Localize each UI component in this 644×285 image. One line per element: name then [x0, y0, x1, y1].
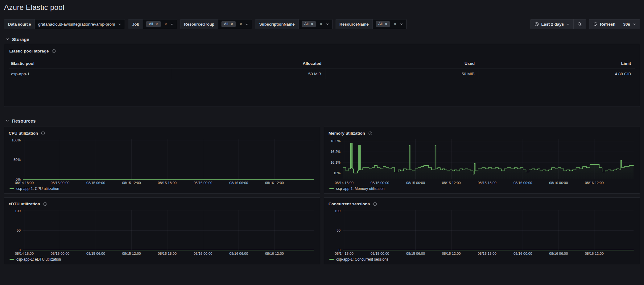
- time-range-button[interactable]: Last 2 days: [530, 19, 574, 29]
- svg-text:08/15 18:00: 08/15 18:00: [158, 181, 177, 185]
- job-chip-all[interactable]: All✕: [146, 21, 160, 27]
- svg-text:08/16 06:00: 08/16 06:00: [549, 252, 568, 255]
- info-icon[interactable]: [41, 131, 45, 135]
- page-title: Azure Elastic pool: [4, 0, 640, 14]
- table-row: csp-app-1 50 MiB 50 MiB 4.88 GiB: [9, 69, 635, 79]
- resource-group-select[interactable]: All✕ ✕: [218, 19, 252, 29]
- chevron-down-icon[interactable]: [170, 23, 174, 26]
- magnifier-minus-icon: [577, 22, 582, 27]
- subscription-name-select[interactable]: All✕ ✕: [298, 19, 332, 29]
- memory-utilization-panel: Memory utilization 16%16.1%16.2%16.3%08/…: [324, 127, 640, 194]
- section-storage-title: Storage: [12, 37, 29, 42]
- panel-title[interactable]: eDTU utilization: [9, 202, 40, 206]
- job-select[interactable]: All✕ ✕: [143, 19, 176, 29]
- clear-icon[interactable]: ✕: [239, 23, 242, 26]
- svg-text:08/16 12:00: 08/16 12:00: [585, 181, 604, 185]
- column-header-elastic-pool[interactable]: Elastic pool: [9, 59, 172, 69]
- legend-label[interactable]: csp-app-1: CPU utilization: [16, 187, 59, 191]
- legend-label[interactable]: csp-app-1: Concurrent sessions: [336, 257, 388, 262]
- panel-title[interactable]: Memory utilization: [328, 131, 365, 136]
- info-icon[interactable]: [43, 202, 47, 206]
- filter-bar: Data source grafanacloud-awsintegrationr…: [4, 19, 407, 29]
- cpu-utilization-panel: CPU utilization 0%50%100%08/14 18:0008/1…: [4, 127, 320, 194]
- chip-close-icon[interactable]: ✕: [230, 23, 233, 26]
- legend: csp-app-1: Concurrent sessions: [328, 257, 635, 262]
- svg-text:08/14 18:00: 08/14 18:00: [335, 252, 353, 255]
- section-storage[interactable]: Storage: [4, 36, 640, 42]
- chevron-down-icon: [118, 23, 122, 26]
- cell-limit: 4.88 GiB: [478, 69, 635, 79]
- memory-utilization-chart[interactable]: 16%16.1%16.2%16.3%08/14 18:0008/15 00:00…: [328, 137, 635, 186]
- storage-table: Elastic pool Allocated Used Limit csp-ap…: [9, 59, 635, 79]
- svg-text:08/15 12:00: 08/15 12:00: [442, 181, 461, 185]
- info-icon[interactable]: [52, 49, 56, 53]
- clear-icon[interactable]: ✕: [394, 23, 396, 26]
- svg-text:16%: 16%: [333, 171, 341, 175]
- column-header-allocated[interactable]: Allocated: [172, 59, 325, 69]
- data-source-value: grafanacloud-awsintegrationrevamp-prom: [38, 22, 115, 27]
- dashboard-page: Azure Elastic pool Data source grafanacl…: [0, 0, 644, 285]
- chevron-down-icon: [633, 23, 636, 26]
- svg-text:08/15 00:00: 08/15 00:00: [370, 252, 389, 255]
- resource-group-label: ResourceGroup: [180, 19, 218, 29]
- job-filter: Job All✕ ✕: [128, 19, 177, 29]
- resource-name-chip-all[interactable]: All✕: [376, 21, 390, 27]
- svg-text:08/16 06:00: 08/16 06:00: [229, 181, 248, 185]
- info-icon[interactable]: [373, 202, 377, 206]
- legend: csp-app-1: CPU utilization: [9, 186, 316, 191]
- svg-text:08/15 00:00: 08/15 00:00: [370, 181, 389, 185]
- chevron-down-icon[interactable]: [400, 23, 403, 26]
- table-header-row: Elastic pool Allocated Used Limit: [9, 59, 635, 69]
- section-resources[interactable]: Resources: [4, 118, 640, 124]
- svg-text:50: 50: [336, 228, 341, 232]
- chevron-down-icon[interactable]: [245, 23, 249, 26]
- cpu-utilization-chart[interactable]: 0%50%100%08/14 18:0008/15 00:0008/15 06:…: [9, 137, 316, 186]
- refresh-icon: [593, 22, 597, 26]
- chip-text: All: [149, 22, 153, 26]
- edtu-utilization-chart[interactable]: 05010008/14 18:0008/15 00:0008/15 06:000…: [9, 207, 316, 257]
- collapse-chevron-icon: [6, 119, 9, 123]
- chart-canvas: 05010008/14 18:0008/15 00:0008/15 06:000…: [328, 207, 635, 257]
- clear-icon[interactable]: ✕: [164, 23, 167, 26]
- panel-title[interactable]: Elastic pool storage: [9, 49, 49, 53]
- svg-text:08/15 18:00: 08/15 18:00: [478, 181, 497, 185]
- cell-used: 50 MiB: [325, 69, 478, 79]
- svg-text:16.1%: 16.1%: [330, 161, 341, 164]
- legend-label[interactable]: csp-app-1: eDTU utilization: [16, 257, 61, 262]
- chip-text: All: [224, 22, 228, 26]
- svg-text:08/15 06:00: 08/15 06:00: [406, 181, 425, 185]
- data-source-select[interactable]: grafanacloud-awsintegrationrevamp-prom: [35, 19, 125, 29]
- column-header-limit[interactable]: Limit: [478, 59, 635, 69]
- info-icon[interactable]: [368, 131, 372, 135]
- edtu-utilization-panel: eDTU utilization 05010008/14 18:0008/15 …: [4, 197, 320, 264]
- legend-color-swatch: [10, 259, 14, 260]
- refresh-button[interactable]: Refresh: [589, 19, 619, 29]
- svg-text:100: 100: [15, 209, 21, 213]
- cell-allocated: 50 MiB: [172, 69, 325, 79]
- panel-title[interactable]: Concurrent sessions: [328, 202, 370, 206]
- section-resources-title: Resources: [12, 118, 36, 124]
- subscription-name-chip-all[interactable]: All✕: [302, 21, 316, 27]
- svg-text:100: 100: [335, 209, 341, 213]
- legend-label[interactable]: csp-app-1: Memory utilization: [336, 187, 385, 191]
- resource-group-chip-all[interactable]: All✕: [221, 21, 236, 27]
- refresh-group: Refresh 30s: [589, 19, 640, 29]
- resource-name-select[interactable]: All✕ ✕: [372, 19, 406, 29]
- chip-close-icon[interactable]: ✕: [311, 23, 313, 26]
- legend: csp-app-1: Memory utilization: [328, 186, 635, 191]
- svg-text:08/15 00:00: 08/15 00:00: [51, 181, 69, 185]
- chip-close-icon[interactable]: ✕: [385, 23, 387, 26]
- time-range-label: Last 2 days: [541, 22, 564, 27]
- zoom-out-button[interactable]: [574, 19, 586, 29]
- chart-canvas: 16%16.1%16.2%16.3%08/14 18:0008/15 00:00…: [328, 137, 635, 186]
- chip-close-icon[interactable]: ✕: [155, 23, 158, 26]
- panel-title[interactable]: CPU utilization: [9, 131, 38, 136]
- svg-text:08/15 18:00: 08/15 18:00: [158, 252, 177, 255]
- clear-icon[interactable]: ✕: [320, 23, 322, 26]
- svg-text:08/14 18:00: 08/14 18:00: [15, 181, 34, 185]
- column-header-used[interactable]: Used: [325, 59, 478, 69]
- svg-text:08/15 12:00: 08/15 12:00: [122, 252, 141, 255]
- chevron-down-icon[interactable]: [326, 23, 329, 26]
- concurrent-sessions-chart[interactable]: 05010008/14 18:0008/15 00:0008/15 06:000…: [328, 207, 635, 257]
- refresh-interval-dropdown[interactable]: 30s: [619, 19, 640, 29]
